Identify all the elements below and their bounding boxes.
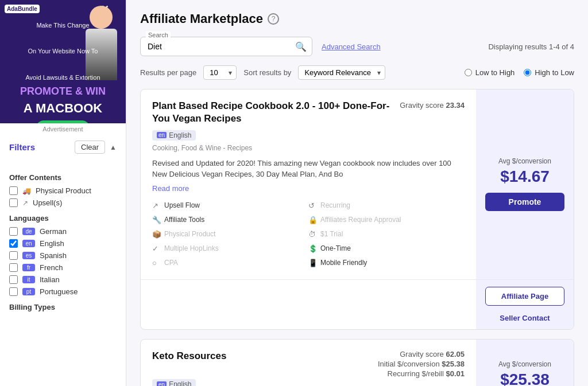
seller-contact-link-1[interactable]: Seller Contact xyxy=(500,314,550,322)
portuguese-checkbox[interactable] xyxy=(9,287,18,296)
search-label: Search xyxy=(146,32,171,38)
upsell-flow-feature: ↗ Upsell Flow xyxy=(152,200,308,212)
italian-label[interactable]: Italian xyxy=(40,275,60,284)
search-icon[interactable]: 🔍 xyxy=(295,41,307,52)
product-actions-spacer xyxy=(141,280,476,329)
approval-required-feature: 🔒 Affiliates Require Approval xyxy=(308,214,465,226)
keto-recurring-label: Recurring $/rebill xyxy=(388,369,444,378)
keto-scores: Gravity score 62.05 Initial $/conversion… xyxy=(378,350,465,379)
mobile-friendly-label: Mobile Friendly xyxy=(320,259,367,267)
product-main-1: Plant Based Recipe Cookbook 2.0 - 100+ D… xyxy=(141,89,476,279)
box-icon: 📦 xyxy=(152,230,161,239)
timer-icon: ⏱ xyxy=(308,230,318,239)
italian-badge: it xyxy=(22,276,35,283)
physical-product-feature-label: Physical Product xyxy=(164,230,215,238)
english-label[interactable]: English xyxy=(40,239,64,248)
cpa-icon: ○ xyxy=(152,259,161,267)
one-time-feature: 💲 One-Time xyxy=(308,243,465,255)
promote-button-1[interactable]: Promote xyxy=(485,193,564,211)
high-to-low-radio[interactable] xyxy=(524,69,531,76)
category-tag-1: Cooking, Food & Wine - Recipes xyxy=(152,144,465,152)
mobile-friendly-feature: 📱 Mobile Friendly xyxy=(308,257,465,269)
italian-row: it Italian xyxy=(9,275,117,284)
french-label[interactable]: French xyxy=(40,263,63,272)
physical-product-checkbox[interactable] xyxy=(9,186,18,195)
affiliate-tools-icon: 🔧 xyxy=(152,216,161,224)
search-input[interactable] xyxy=(140,37,312,56)
upsells-label[interactable]: Upsell(s) xyxy=(33,198,62,207)
mobile-icon: 📱 xyxy=(308,259,318,267)
german-badge: de xyxy=(22,228,35,235)
upsells-checkbox[interactable] xyxy=(9,198,18,207)
spanish-badge: es xyxy=(22,252,35,259)
per-page-wrapper: 10 25 50 100 xyxy=(203,65,237,80)
lang-dot-2: en xyxy=(157,381,167,386)
ad-learn-more-button[interactable]: Learn More xyxy=(36,120,90,123)
advanced-search-link[interactable]: Advanced Search xyxy=(322,42,381,51)
ad-text-line3: Avoid Lawsuits & Extortion xyxy=(20,73,106,82)
keto-gravity-value: 62.05 xyxy=(446,350,465,358)
gravity-value-1: 23.34 xyxy=(446,101,465,110)
physical-product-feature: 📦 Physical Product xyxy=(152,228,308,240)
german-label[interactable]: German xyxy=(40,227,67,236)
keto-initial-label: Initial $/conversion xyxy=(378,360,440,368)
german-checkbox[interactable] xyxy=(9,227,18,236)
cpa-label: CPA xyxy=(164,259,178,267)
chevron-up-icon[interactable]: ▲ xyxy=(110,143,117,151)
offer-contents-title: Offer Contents xyxy=(9,173,117,182)
spanish-row: es Spanish xyxy=(9,251,117,260)
portuguese-label[interactable]: Portuguese xyxy=(40,287,78,296)
physical-product-row: 🚚 Physical Product xyxy=(9,186,117,195)
languages-title: Languages xyxy=(9,214,117,223)
english-row: en English xyxy=(9,239,117,248)
keto-initial-line: Initial $/conversion $25.38 xyxy=(378,360,465,368)
affiliate-page-button-1[interactable]: Affiliate Page xyxy=(485,287,564,306)
ad-macbook-text: A MACBOOK xyxy=(20,101,106,116)
dollar-icon: 💲 xyxy=(308,244,318,253)
search-box: Search 🔍 xyxy=(140,37,312,56)
affiliate-tools-label: Affiliate Tools xyxy=(164,216,204,224)
product-actions-row-1: Affiliate Page Seller Contact xyxy=(141,279,574,329)
sort-direction-group: Low to High High to Low xyxy=(465,68,574,77)
keto-initial-value: $25.38 xyxy=(442,360,465,368)
page-header: Affiliate Marketplace ? xyxy=(140,11,574,26)
help-icon[interactable]: ? xyxy=(268,13,279,25)
clear-filters-button[interactable]: Clear xyxy=(75,141,105,154)
low-to-high-option[interactable]: Low to High xyxy=(465,68,515,77)
keto-recurring-line: Recurring $/rebill $0.01 xyxy=(378,369,465,378)
low-to-high-radio[interactable] xyxy=(465,69,472,76)
high-to-low-label: High to Low xyxy=(535,68,574,77)
product-pricing-sidebar-1: Avg $/conversion $14.67 Promote xyxy=(476,89,574,279)
portuguese-badge: pt xyxy=(22,288,35,295)
gravity-score-1: Gravity score 23.34 xyxy=(400,101,465,110)
spanish-checkbox[interactable] xyxy=(9,251,18,260)
billing-types-title: Billing Types xyxy=(9,303,117,311)
upsells-row: ↗ Upsell(s) xyxy=(9,198,117,207)
product-card-1: Plant Based Recipe Cookbook 2.0 - 100+ D… xyxy=(140,89,574,330)
keto-recurring-value: $0.01 xyxy=(446,369,465,378)
physical-product-label[interactable]: Physical Product xyxy=(36,186,91,195)
product-main-2: Keto Resources Gravity score 62.05 Initi… xyxy=(141,340,476,386)
lang-label-2: English xyxy=(169,380,191,386)
lock-icon: 🔒 xyxy=(308,216,318,224)
avg-price-2: $25.38 xyxy=(500,371,550,386)
high-to-low-option[interactable]: High to Low xyxy=(524,68,574,77)
filters-actions: Clear ▲ xyxy=(75,141,117,154)
spanish-label[interactable]: Spanish xyxy=(40,251,67,260)
read-more-link-1[interactable]: Read more xyxy=(152,184,189,193)
page-title: Affiliate Marketplace xyxy=(140,11,263,26)
ad-banner: AdaBundle ✕ Make This Change On Your Web… xyxy=(0,0,126,123)
affiliate-actions-1: Affiliate Page Seller Contact xyxy=(476,280,574,329)
filters-title: Filters xyxy=(9,142,35,152)
english-checkbox[interactable] xyxy=(9,239,18,248)
cpa-feature: ○ CPA xyxy=(152,257,308,269)
keto-title: Keto Resources xyxy=(152,350,378,362)
upsell-flow-label: Upsell Flow xyxy=(164,201,200,209)
italian-checkbox[interactable] xyxy=(9,275,18,284)
per-page-select[interactable]: 10 25 50 100 xyxy=(203,65,237,80)
sort-select[interactable]: Keyword Relevance Gravity Avg $/Conversi… xyxy=(298,65,385,80)
trial-label: $1 Trial xyxy=(320,230,343,238)
approval-label: Affiliates Require Approval xyxy=(320,216,401,224)
ad-promo-text: Promote & Win xyxy=(20,85,106,98)
french-checkbox[interactable] xyxy=(9,263,18,272)
